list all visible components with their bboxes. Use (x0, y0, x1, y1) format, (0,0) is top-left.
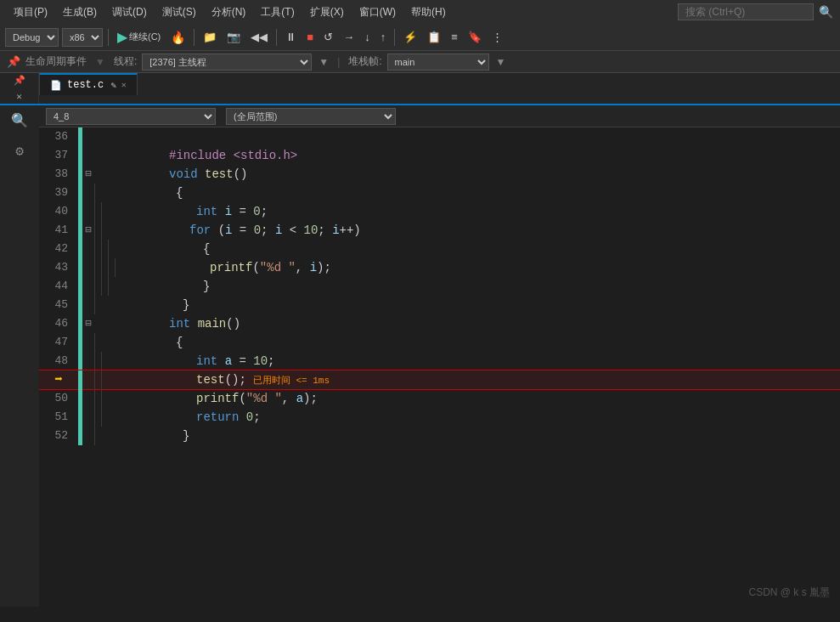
platform-select[interactable]: x86 (62, 28, 103, 47)
line-number: 40 (39, 202, 78, 221)
editor-area: 🔍 ⚙ 4_8 (全局范围) 36 37 (0, 105, 840, 607)
indent-guide (94, 240, 101, 258)
menu-build[interactable]: 生成(B) (56, 3, 104, 21)
editor-toolbar: 4_8 (全局范围) (39, 105, 840, 127)
indent-guide (94, 352, 101, 370)
debug-bar: 📌 生命周期事件 ▼ 线程: [2376] 主线程 ▼ | 堆栈帧: main … (0, 51, 840, 73)
line-number: 45 (39, 296, 78, 314)
indent-guide-2 (101, 352, 108, 370)
file-scope-select[interactable]: 4_8 (46, 108, 216, 125)
menu-project[interactable]: 项目(P) (7, 3, 54, 21)
line-number: 47 (39, 333, 78, 352)
fold-gutter-minus[interactable]: ⊟ (82, 165, 94, 184)
menu-extensions[interactable]: 扩展(X) (303, 3, 351, 21)
line-number: 46 (39, 314, 78, 333)
hotreload-button[interactable]: 🔥 (167, 29, 189, 46)
indent-guide (94, 277, 101, 296)
toolbar-separator-3 (276, 29, 277, 46)
step-out-button[interactable]: ↑ (377, 29, 390, 45)
tab-modified-dot: ✎ (110, 80, 116, 91)
menu-tools[interactable]: 工具(T) (254, 3, 301, 21)
line-number: 43 (39, 258, 78, 277)
indent-guide (94, 221, 101, 240)
line-number: 38 (39, 165, 78, 184)
indent-guide-2 (101, 240, 108, 258)
step-over-button[interactable]: → (340, 29, 358, 45)
line-number: 41 (39, 221, 78, 240)
tab-test-c[interactable]: 📄 test.c ✎ ✕ (39, 73, 138, 95)
pin-side-icon[interactable]: 📌 (14, 75, 25, 86)
green-bar (78, 127, 82, 146)
line-number: 39 (39, 184, 78, 202)
menu-window[interactable]: 窗口(W) (352, 3, 403, 21)
green-bar (78, 202, 82, 221)
line-52: 52 } (39, 427, 840, 445)
green-bar (78, 427, 82, 445)
bookmark-button[interactable]: 🔖 (465, 29, 485, 45)
toolbar: Debug x86 ▶ 继续(C) 🔥 📁 📷 ◀◀ ⏸ ■ ↺ → ↓ ↑ ⚡… (0, 24, 840, 51)
indent-guide (94, 333, 101, 352)
indent-guide (94, 258, 101, 277)
watermark: CSDN @ k s 胤墨 (748, 585, 830, 600)
settings-side-icon[interactable]: ⚙ (6, 139, 33, 163)
line-number: 48 (39, 352, 78, 370)
indent-guide (94, 408, 101, 427)
step-into-button[interactable]: ↓ (361, 29, 374, 45)
tab-label: test.c (67, 79, 104, 91)
indent-guide (94, 389, 101, 408)
line-number: 36 (39, 127, 78, 146)
open-file-button[interactable]: 📁 (200, 29, 220, 45)
indent-guide (94, 184, 101, 202)
menu-analyze[interactable]: 分析(N) (205, 3, 253, 21)
stack-select[interactable]: main (387, 54, 489, 71)
indent-guide-2 (101, 221, 108, 240)
line-number: 44 (39, 277, 78, 296)
thread-label: 线程: (114, 54, 137, 69)
clipboard-button[interactable]: 📋 (424, 29, 444, 45)
indent-guide-2 (101, 202, 108, 221)
lifecycle-label: 生命周期事件 (25, 54, 87, 69)
toolbar-separator-2 (194, 29, 194, 46)
line-number: 50 (39, 389, 78, 408)
green-bar (78, 333, 82, 352)
indent-guide (94, 427, 101, 445)
pin-icon: 📌 (7, 55, 20, 68)
thread-select[interactable]: [2376] 主线程 (142, 54, 312, 71)
menu-debug[interactable]: 调试(D) (105, 3, 154, 21)
back-button[interactable]: ◀◀ (247, 29, 271, 45)
green-bar (78, 240, 82, 258)
restart-button[interactable]: ↺ (320, 29, 336, 45)
perf-button[interactable]: ⚡ (400, 29, 420, 45)
green-bar (78, 389, 82, 408)
green-bar (78, 277, 82, 296)
more-button[interactable]: ⋮ (488, 29, 506, 45)
search-area: 🔍 (678, 3, 833, 20)
screenshot-button[interactable]: 📷 (223, 29, 244, 45)
menu-bar: 项目(P) 生成(B) 调试(D) 测试(S) 分析(N) 工具(T) 扩展(X… (0, 0, 840, 24)
code-editor[interactable]: 4_8 (全局范围) 36 37 #include <stdio.h> (39, 105, 840, 607)
line-number: 51 (39, 408, 78, 427)
indent-guide (94, 202, 101, 221)
close-panel-icon[interactable]: ✕ (16, 91, 22, 102)
tab-close-button[interactable]: ✕ (121, 80, 127, 90)
menu-test[interactable]: 测试(S) (155, 3, 203, 21)
continue-button[interactable]: ▶ 继续(C) (114, 27, 164, 47)
indent-guide-2 (101, 258, 108, 277)
menu2-button[interactable]: ≡ (448, 29, 461, 45)
side-panel-icons: 📌 ✕ (0, 73, 39, 104)
search-side-icon[interactable]: 🔍 (6, 109, 33, 133)
code-container: 36 37 #include <stdio.h> 38 ⊟ v (39, 127, 840, 445)
fold-gutter-minus-3[interactable]: ⊟ (82, 314, 94, 333)
green-bar (78, 258, 82, 277)
debug-mode-select[interactable]: Debug (5, 28, 59, 47)
line-number: 42 (39, 240, 78, 258)
fold-gutter-minus-2[interactable]: ⊟ (82, 221, 94, 240)
search-input[interactable] (678, 3, 814, 20)
menu-help[interactable]: 帮助(H) (404, 3, 453, 21)
stop-button[interactable]: ■ (303, 29, 317, 45)
pause-button[interactable]: ⏸ (282, 29, 300, 45)
green-bar (78, 184, 82, 202)
green-bar (78, 146, 82, 165)
indent-guide (94, 370, 101, 389)
global-scope-select[interactable]: (全局范围) (226, 108, 396, 125)
